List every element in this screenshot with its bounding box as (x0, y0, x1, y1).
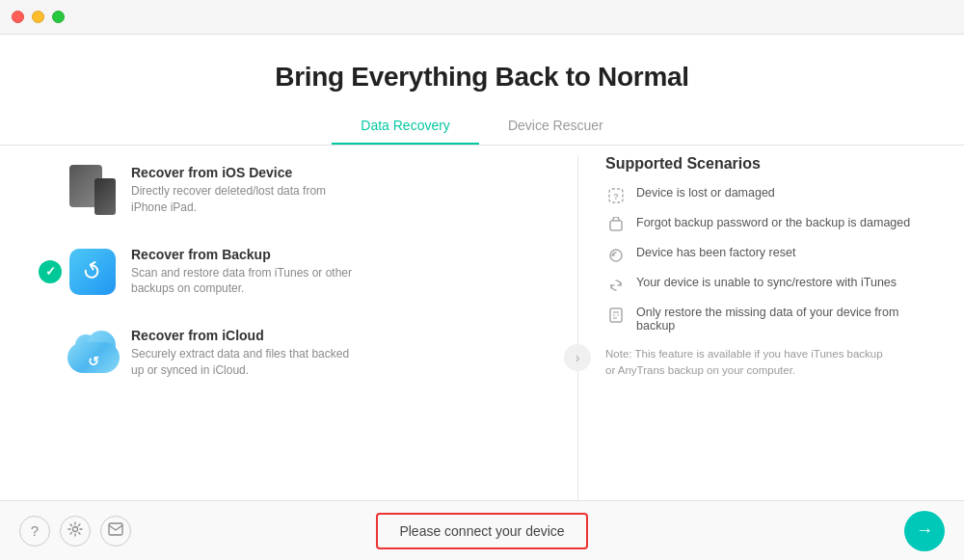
supported-scenarios-title: Supported Scenarios (605, 155, 925, 173)
tab-bar: Data Recovery Device Rescuer (0, 110, 964, 146)
svg-rect-3 (610, 308, 622, 322)
icloud-icon: ↺ (67, 328, 118, 378)
ios-option-text: Recover from iOS Device Directly recover… (131, 165, 362, 216)
scenario-list: ? Device is lost or damaged Forgot backu… (605, 186, 925, 333)
maximize-button[interactable] (52, 11, 65, 23)
icloud-option-text: Recover from iCloud Securely extract dat… (131, 328, 362, 379)
close-button[interactable] (12, 11, 24, 23)
backup-icon: ↺ (67, 247, 118, 297)
help-button[interactable]: ? (19, 516, 50, 547)
scenario-forgot-password: Forgot backup password or the backup is … (605, 216, 925, 236)
tab-device-rescuer[interactable]: Device Rescuer (479, 110, 632, 145)
body-area: Recover from iOS Device Directly recover… (0, 155, 964, 560)
scenario-missing-data: Only restore the missing data of your de… (605, 306, 925, 333)
scenario-factory-reset: Device has been factory reset (605, 246, 925, 266)
mail-button[interactable] (100, 516, 131, 547)
bottom-bar: ? Please connect your device → (0, 500, 964, 560)
scenario-note: Note: This feature is available if you h… (605, 346, 895, 380)
main-content: Bring Everything Back to Normal Data Rec… (0, 35, 964, 560)
svg-rect-2 (610, 221, 622, 230)
bottom-icons: ? (19, 516, 131, 547)
backup-option-text: Recover from Backup Scan and restore dat… (131, 247, 362, 298)
settings-icon (67, 521, 83, 540)
sync-restore-icon (605, 275, 627, 296)
left-panel: Recover from iOS Device Directly recover… (39, 155, 578, 560)
svg-rect-8 (109, 523, 122, 535)
connect-device-button[interactable]: Please connect your device (376, 513, 588, 549)
next-arrow-button[interactable]: → (904, 511, 945, 551)
option-ios-device[interactable]: Recover from iOS Device Directly recover… (39, 155, 558, 226)
missing-data-icon (605, 305, 627, 326)
next-arrow-icon: → (916, 520, 933, 541)
ios-device-icon (67, 165, 118, 215)
svg-point-7 (73, 527, 78, 532)
svg-text:?: ? (613, 192, 619, 201)
scenario-lost-damaged: ? Device is lost or damaged (605, 186, 925, 206)
settings-button[interactable] (60, 516, 91, 547)
option-icloud[interactable]: ↺ Recover from iCloud Securely extract d… (39, 318, 558, 388)
panel-arrow-icon: › (564, 344, 591, 371)
option-backup[interactable]: ✓ ↺ Recover from Backup Scan and restore… (39, 237, 558, 307)
titlebar (0, 0, 964, 35)
factory-reset-icon (605, 245, 627, 266)
scenario-sync-restore: Your device is unable to sync/restore wi… (605, 276, 925, 296)
minimize-button[interactable] (32, 11, 44, 23)
tab-data-recovery[interactable]: Data Recovery (332, 110, 479, 145)
lost-damaged-icon: ? (605, 185, 627, 206)
selected-checkmark: ✓ (39, 260, 62, 283)
mail-icon (108, 522, 123, 539)
hero-title: Bring Everything Back to Normal (275, 62, 688, 93)
help-icon: ? (31, 522, 39, 539)
right-panel: Supported Scenarios ? Device is lost or … (578, 155, 925, 560)
forgot-password-icon (605, 215, 627, 236)
